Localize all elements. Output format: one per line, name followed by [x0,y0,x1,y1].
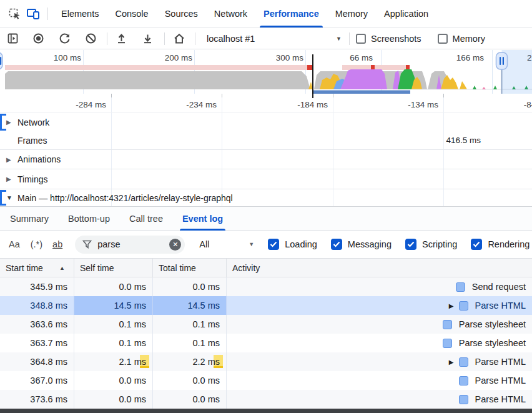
memory-label: Memory [453,34,485,44]
overview-divider [312,54,313,94]
tab-summary[interactable]: Summary [10,207,49,231]
whole-word-toggle[interactable]: ab [52,239,62,249]
device-toolbar-icon[interactable] [24,4,42,23]
chevron-right-icon[interactable]: ▶ [6,119,14,126]
table-row[interactable]: 367.0 ms 0.0 ms 0.0 ms Parse HTML [0,371,532,390]
checkbox-unchecked-icon [356,34,366,44]
event-category-icon [443,320,452,329]
column-header-total-time[interactable]: Total time [153,259,227,277]
regex-toggle[interactable]: (.*) [31,239,42,249]
filter-funnel-icon [82,240,92,249]
screenshots-checkbox[interactable]: Screenshots [356,34,421,44]
ruler-tick [111,94,112,97]
track-focus-bracket [0,114,6,131]
main-thread-bar [313,91,410,94]
record-icon[interactable] [30,31,46,47]
table-row[interactable]: 373.6 ms 0.0 ms 0.0 ms Parse HTML [0,390,532,409]
home-icon[interactable] [171,31,187,47]
toolbar-separator [164,32,165,45]
chevron-down-icon: ▼ [336,36,342,42]
frame-duration-label: 416.5 ms [417,136,481,145]
track-timings[interactable]: ▶ Timings [0,169,532,189]
checkbox-checked-icon [471,239,482,250]
expand-row-icon[interactable]: ▶ [444,302,459,309]
chevron-down-icon[interactable]: ▼ [6,194,14,201]
checkbox-checked-icon [405,239,416,250]
table-row[interactable]: 363.7 ms 0.1 ms 0.1 ms Parse stylesheet [0,334,532,352]
details-panel-tabbar: Summary Bottom-up Call tree Event log [0,206,532,231]
event-log-table: 345.9 ms 0.0 ms 0.0 ms Send request 348.… [0,277,532,409]
filter-input[interactable]: parse ✕ [75,236,185,254]
checkbox-checked-icon [268,239,279,250]
svg-text:200 ms: 200 ms [165,53,193,62]
checkbox-checked-icon [331,239,342,250]
ruler-divider-tick [312,94,313,98]
reload-record-icon[interactable] [56,31,72,47]
column-header-activity[interactable]: Activity [227,259,532,277]
track-network[interactable]: ▶ Network [0,113,532,131]
svg-text:166 ms: 166 ms [456,53,485,62]
ruler-label: -184 ms [278,100,328,109]
tab-call-tree[interactable]: Call tree [129,207,163,231]
ruler-label: -134 ms [388,100,438,109]
devtools-main-tabbar: Elements Console Sources Network Perform… [0,0,532,28]
toggle-sidebar-icon[interactable] [4,31,21,47]
memory-checkbox[interactable]: Memory [438,34,485,44]
track-main[interactable]: ▼ Main — http://localhost:4321/articles/… [0,189,532,206]
chevron-down-icon: ▼ [249,241,254,247]
network-activity-strip [5,65,410,70]
upload-profile-icon[interactable] [113,31,129,47]
tab-performance[interactable]: Performance [255,0,327,27]
inspect-element-icon[interactable] [5,4,24,23]
tab-application[interactable]: Application [376,0,436,27]
overview-left-handle [0,52,2,69]
chevron-right-icon[interactable]: ▶ [6,156,14,163]
event-category-icon [456,282,465,292]
event-category-icon [459,357,468,367]
column-header-self-time[interactable]: Self time [74,259,153,277]
tab-network[interactable]: Network [206,0,255,27]
track-animations[interactable]: ▶ Animations [0,150,532,169]
toolbar-separator [107,32,107,45]
clear-icon[interactable] [82,31,99,47]
overview-time-labels: 100 ms 200 ms 300 ms 66 ms 166 ms 2 [54,53,532,62]
table-row[interactable]: 345.9 ms 0.0 ms 0.0 ms Send request [0,277,532,296]
category-messaging-checkbox[interactable]: Messaging [331,239,392,250]
profile-selector-value: localhost #1 [207,34,255,44]
chevron-right-icon[interactable]: ▶ [6,176,14,182]
ruler-tick [333,94,333,97]
tab-elements[interactable]: Elements [53,0,107,27]
clear-filter-icon[interactable]: ✕ [169,239,181,251]
timeline-overview[interactable]: 100 ms 200 ms 300 ms 66 ms 166 ms 2 [0,50,532,94]
ruler-label: -284 ms [56,100,106,109]
ruler-tick [443,94,444,97]
category-rendering-checkbox[interactable]: Rendering [471,239,530,250]
category-scripting-checkbox[interactable]: Scripting [405,239,457,250]
profile-selector[interactable]: localhost #1 ▼ [198,34,342,44]
tab-memory[interactable]: Memory [327,0,376,27]
event-category-icon [443,339,452,348]
match-case-toggle[interactable]: Aa [9,239,20,249]
table-row-selected[interactable]: 348.8 ms 14.5 ms 14.5 ms ▶ Parse HTML [0,296,532,315]
category-loading-checkbox[interactable]: Loading [268,239,317,250]
track-focus-bracket [0,190,6,206]
table-row[interactable]: 364.8 ms 2.1 ms 2.2 ms ▶ Parse HTML [0,352,532,371]
toolbar-separator [195,32,195,45]
duration-filter-select[interactable]: All ▼ [199,239,254,249]
event-category-icon [459,301,468,311]
tab-event-log[interactable]: Event log [182,207,223,231]
expand-row-icon[interactable]: ▶ [444,359,459,366]
table-row[interactable]: 363.6 ms 0.1 ms 0.1 ms Parse stylesheet [0,315,532,334]
download-profile-icon[interactable] [139,31,155,47]
tab-console[interactable]: Console [107,0,156,27]
cpu-activity-chart [5,69,467,89]
ruler-label: -234 ms [167,100,217,109]
tab-bottom-up[interactable]: Bottom-up [68,207,110,231]
devtools-window: Elements Console Sources Network Perform… [0,0,532,413]
column-header-start-time[interactable]: Start time ▲ [0,259,74,277]
duration-filter-value: All [199,239,245,249]
performance-toolbar: localhost #1 ▼ Screenshots Memory [0,28,532,49]
tab-sources[interactable]: Sources [157,0,206,27]
toolbar-separator [47,7,48,20]
event-log-filterbar: Aa (.*) ab parse ✕ All ▼ Loading Messagi… [0,231,532,259]
